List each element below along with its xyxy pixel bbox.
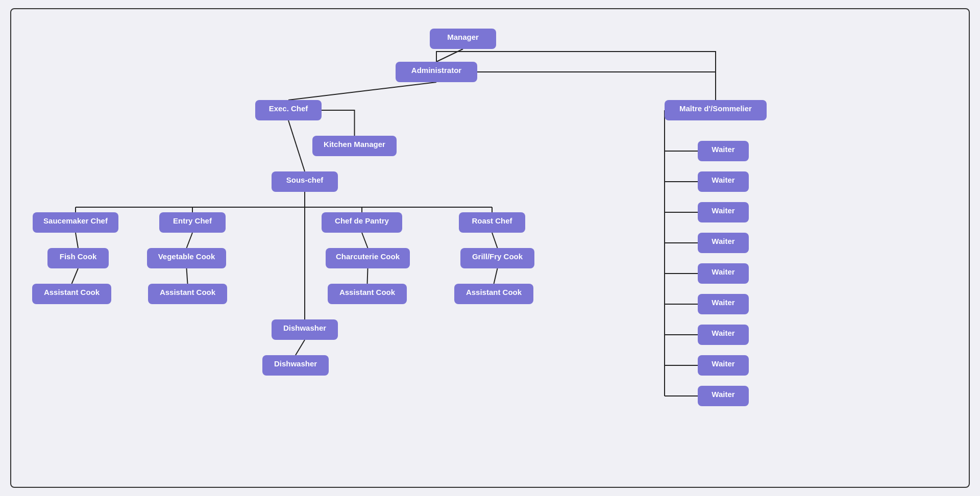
- node-maitre: Maître d'/Sommelier: [665, 100, 767, 120]
- node-waiter8: Waiter: [698, 355, 749, 376]
- node-waiter6: Waiter: [698, 294, 749, 314]
- node-roast_chef: Roast Chef: [459, 212, 525, 233]
- node-entry_chef: Entry Chef: [159, 212, 226, 233]
- node-waiter1: Waiter: [698, 141, 749, 161]
- node-exec_chef: Exec. Chef: [255, 100, 322, 120]
- svg-line-17: [492, 233, 498, 248]
- node-charcuterie: Charcuterie Cook: [326, 248, 410, 268]
- node-asst_cook2: Assistant Cook: [148, 284, 227, 304]
- node-manager: Manager: [430, 29, 496, 49]
- node-asst_cook1: Assistant Cook: [32, 284, 111, 304]
- node-asst_cook3: Assistant Cook: [328, 284, 407, 304]
- org-chart: ManagerAdministratorExec. ChefKitchen Ma…: [10, 8, 970, 488]
- node-grill_fry: Grill/Fry Cook: [460, 248, 534, 268]
- node-veg_cook: Vegetable Cook: [147, 248, 226, 268]
- svg-line-12: [72, 268, 79, 284]
- svg-line-11: [76, 233, 78, 248]
- node-waiter5: Waiter: [698, 263, 749, 284]
- svg-line-15: [362, 233, 368, 248]
- svg-line-2: [288, 120, 305, 171]
- node-waiter2: Waiter: [698, 171, 749, 192]
- node-saucemaker: Saucemaker Chef: [33, 212, 118, 233]
- node-waiter7: Waiter: [698, 325, 749, 345]
- node-administrator: Administrator: [396, 62, 477, 82]
- node-kitchen_mgr: Kitchen Manager: [312, 136, 397, 156]
- svg-line-18: [494, 268, 498, 284]
- svg-line-16: [368, 268, 368, 284]
- node-sous_chef: Sous-chef: [272, 171, 338, 192]
- svg-line-14: [187, 268, 188, 284]
- svg-line-10: [296, 340, 305, 355]
- svg-line-0: [436, 49, 463, 62]
- svg-line-1: [288, 82, 436, 100]
- node-dishwasher2: Dishwasher: [262, 355, 329, 376]
- svg-line-13: [187, 233, 193, 248]
- node-waiter3: Waiter: [698, 202, 749, 222]
- node-waiter9: Waiter: [698, 386, 749, 406]
- node-waiter4: Waiter: [698, 233, 749, 253]
- node-chef_pantry: Chef de Pantry: [322, 212, 402, 233]
- node-dishwasher1: Dishwasher: [272, 319, 338, 340]
- node-fish_cook: Fish Cook: [47, 248, 109, 268]
- node-asst_cook4: Assistant Cook: [454, 284, 533, 304]
